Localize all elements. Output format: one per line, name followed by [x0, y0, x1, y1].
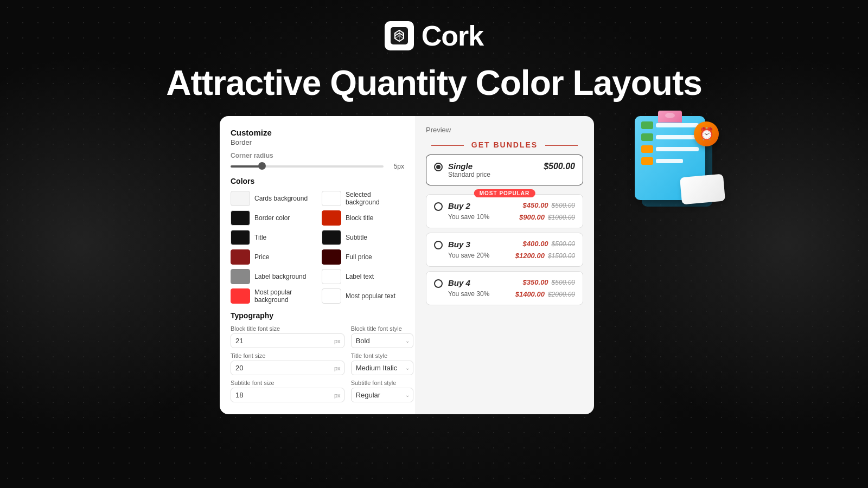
subtitle-size-unit: px [331, 389, 344, 401]
most-popular-badge: MOST POPULAR [474, 189, 535, 197]
label-subtitle: Subtitle [346, 234, 367, 241]
radio-single[interactable] [434, 163, 443, 171]
bundle-card-buy2-top: Buy 2 $450.00 $500.00 [434, 201, 575, 211]
typo-block-title-style-group: Block title font style Bold Regular Ital… [351, 325, 413, 348]
subtitle-style-arrow: ⌄ [402, 389, 413, 401]
typo-title-size-group: Title font size px [231, 352, 344, 375]
title-style-select[interactable]: Regular Bold Italic Medium Italic [352, 361, 402, 375]
color-row-price: Price [231, 249, 313, 265]
title-size-input[interactable] [231, 361, 331, 375]
title-style-label: Title font style [351, 352, 413, 359]
bundle-header-text: GET BUNDLES [471, 140, 538, 149]
single-subtitle: Standard price [448, 171, 490, 178]
swatch-title[interactable] [231, 230, 250, 245]
bundle-card-buy4-top: Buy 4 $350.00 $500.00 [434, 278, 575, 288]
buy3-total-old: $1500.00 [548, 252, 575, 260]
check-line-1 [656, 123, 699, 127]
swatch-label-text[interactable] [322, 269, 341, 284]
check-line-2 [656, 135, 699, 139]
color-row-most-popular-bg: Most popular background [231, 288, 313, 304]
bundle-card-buy2-left: Buy 2 [434, 201, 470, 211]
swatch-cards-bg[interactable] [231, 191, 250, 206]
buy3-price-old: $500.00 [552, 240, 575, 248]
buy3-top-prices: $400.00 $500.00 [523, 240, 575, 248]
label-cards-bg: Cards background [254, 195, 308, 202]
check-row-1 [641, 121, 699, 129]
bundle-card-buy3-top: Buy 3 $400.00 $500.00 [434, 240, 575, 249]
bundle-card-single[interactable]: Single Standard price $500.00 [426, 155, 583, 185]
single-info: Single Standard price [448, 162, 490, 178]
preview-panel: Preview GET BUNDLES Single Standard pric… [415, 116, 594, 414]
bundle-card-single-left: Single Standard price [434, 162, 490, 178]
typo-subtitle-size-group: Subtitle font size px [231, 380, 344, 402]
block-title-style-select[interactable]: Bold Regular Italic Medium Italic [352, 334, 402, 348]
check-line-4 [656, 159, 683, 163]
buy4-total-new: $1400.00 [515, 290, 545, 298]
color-row-label-bg: Label background [231, 269, 313, 284]
buy2-price-new: $450.00 [523, 201, 548, 209]
clock-icon: ⏰ [694, 121, 719, 146]
color-row-border: Border color [231, 210, 313, 226]
subtitle-style-select-row: Regular Bold Italic Medium Italic ⌄ [351, 388, 413, 402]
check-box-4 [641, 157, 653, 165]
swatch-price[interactable] [231, 249, 250, 265]
corner-radius-slider[interactable] [231, 165, 384, 168]
slider-fill [231, 165, 261, 168]
swatch-full-price[interactable] [322, 249, 341, 265]
title-style-select-row: Regular Bold Italic Medium Italic ⌄ [351, 361, 413, 375]
buy2-save-text: You save 10% [448, 213, 489, 221]
buy2-total-old: $1000.00 [548, 214, 575, 221]
corner-radius-row: 5px [231, 163, 404, 170]
typo-grid: Block title font size px Block title fon… [231, 325, 404, 402]
typo-subtitle-style-group: Subtitle font style Regular Bold Italic … [351, 380, 413, 402]
color-row-selected-bg: Selected background [322, 191, 404, 206]
subtitle-size-label: Subtitle font size [231, 380, 344, 386]
swatch-label-bg[interactable] [231, 269, 250, 284]
bundle-card-buy4-left: Buy 4 [434, 278, 470, 288]
radio-buy3[interactable] [434, 241, 443, 249]
page-content: Cork Attractive Quantity Color Layouts C… [0, 0, 868, 488]
subtitle-style-select[interactable]: Regular Bold Italic Medium Italic [352, 388, 402, 402]
border-label: Border [231, 138, 404, 146]
color-row-full-price: Full price [322, 249, 404, 265]
swatch-selected-bg[interactable] [322, 191, 341, 206]
typography-title: Typography [231, 311, 404, 320]
buy2-top-prices: $450.00 $500.00 [523, 201, 575, 209]
color-row-title: Title [231, 230, 313, 245]
check-box-3 [641, 145, 653, 153]
swatch-border[interactable] [231, 210, 250, 226]
label-most-popular-bg: Most popular background [254, 288, 313, 304]
buy4-price-new: $350.00 [523, 278, 548, 286]
label-price: Price [254, 253, 269, 261]
buy4-savings: You save 30% $1400.00 $2000.00 [434, 290, 575, 298]
clipboard-3d: ⏰ [632, 105, 708, 197]
preview-title: Preview [426, 126, 583, 134]
corner-radius-value: 5px [389, 163, 404, 170]
check-line-3 [656, 147, 699, 151]
swatch-most-popular-text[interactable] [322, 288, 341, 304]
logo-icon [385, 21, 414, 50]
block-title-size-input[interactable] [231, 334, 331, 348]
radio-buy4[interactable] [434, 279, 443, 288]
buy3-save-text: You save 20% [448, 252, 489, 260]
bundle-card-buy2[interactable]: MOST POPULAR Buy 2 $450.00 $500.00 You s… [426, 194, 583, 228]
swatch-subtitle[interactable] [322, 230, 341, 245]
bundle-card-buy3[interactable]: Buy 3 $400.00 $500.00 You save 20% $1200… [426, 233, 583, 267]
buy4-price-old: $500.00 [552, 279, 575, 286]
radio-buy2[interactable] [434, 202, 443, 211]
hero-title: Attractive Quantity Color Layouts [166, 63, 702, 103]
bundle-card-buy4[interactable]: Buy 4 $350.00 $500.00 You save 30% $1400… [426, 271, 583, 305]
check-row-3 [641, 145, 699, 153]
label-border: Border color [254, 214, 290, 222]
block-title-size-input-row: px [231, 333, 344, 348]
buy2-price-old: $500.00 [552, 202, 575, 209]
block-title-style-select-row: Bold Regular Italic Medium Italic ⌄ [351, 333, 413, 348]
swatch-block-title[interactable] [322, 210, 341, 226]
clip-hole [665, 113, 675, 118]
check-row-2 [641, 133, 699, 141]
swatch-most-popular-bg[interactable] [231, 288, 250, 304]
check-box-2 [641, 133, 653, 141]
check-box-1 [641, 121, 653, 129]
subtitle-size-input[interactable] [231, 388, 331, 402]
color-row-label-text: Label text [322, 269, 404, 284]
